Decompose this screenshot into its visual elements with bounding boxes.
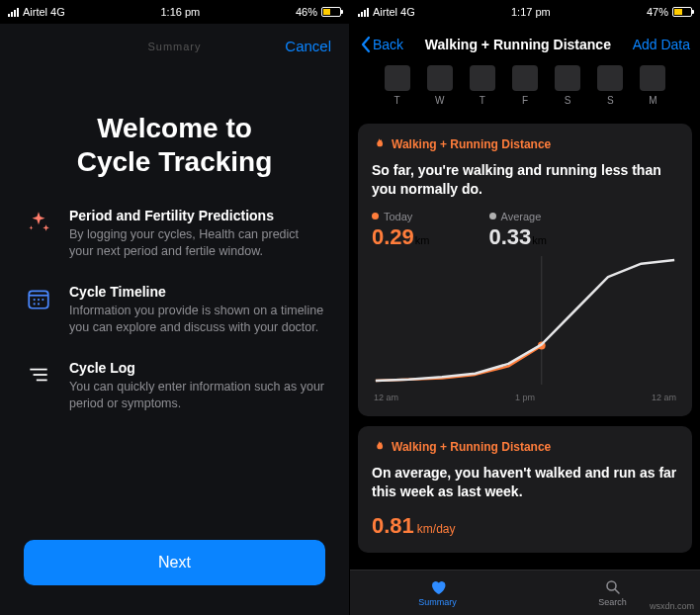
metric-average: Average 0.33km <box>489 211 548 250</box>
feature-item: Cycle Log You can quickly enter informat… <box>24 360 325 412</box>
heart-icon <box>428 578 448 596</box>
feature-title: Cycle Log <box>69 360 325 376</box>
feature-item: Period and Fertility Predictions By logg… <box>24 208 325 260</box>
metrics-row: Today 0.29km Average 0.33km <box>372 211 678 250</box>
clock-label: 1:16 pm <box>161 6 201 18</box>
metric-today: Today 0.29km <box>372 211 430 250</box>
insight-card-weekly-average: Walking + Running Distance On average, y… <box>358 426 692 553</box>
insight-card-today-vs-average: Walking + Running Distance So far, you'r… <box>358 124 692 416</box>
list-icon <box>24 360 53 412</box>
svg-point-6 <box>38 303 40 305</box>
next-button[interactable]: Next <box>24 540 325 585</box>
nav-bar: Back Walking + Running Distance Add Data <box>350 24 700 65</box>
line-chart <box>372 256 678 385</box>
svg-line-13 <box>615 589 619 593</box>
insight-text: So far, you're walking and running less … <box>372 161 678 199</box>
svg-point-3 <box>38 299 40 301</box>
scroll-content[interactable]: TWTFSSM Walking + Running Distance So fa… <box>350 65 700 568</box>
dot-icon <box>489 213 496 220</box>
clock-label: 1:17 pm <box>511 6 551 18</box>
status-bar: Airtel 4G 1:17 pm 47% <box>350 0 700 24</box>
sparkle-icon <box>24 208 53 260</box>
metric-weekly-average: 0.81km/day <box>372 513 678 539</box>
weekday-item[interactable]: F <box>512 65 538 106</box>
walking-running-distance-screen: Airtel 4G 1:17 pm 47% Back Walking + Run… <box>350 0 700 615</box>
battery-icon <box>321 7 341 17</box>
battery-icon <box>672 7 692 17</box>
dot-icon <box>372 213 379 220</box>
feature-desc: By logging your cycles, Health can predi… <box>69 226 325 260</box>
svg-point-12 <box>607 581 616 590</box>
nav-center-faded: Summary <box>147 41 201 52</box>
back-button[interactable]: Back <box>360 36 403 53</box>
calendar-icon <box>24 284 53 336</box>
weekday-item[interactable]: M <box>640 65 665 106</box>
svg-point-5 <box>34 303 36 305</box>
battery-fill <box>674 9 682 15</box>
weekday-item[interactable]: T <box>385 65 410 106</box>
weekday-box <box>512 65 538 91</box>
signal-icon <box>8 7 19 17</box>
tab-bar: Summary Search <box>350 570 700 615</box>
card-header: Walking + Running Distance <box>372 137 678 151</box>
weekday-label: T <box>394 95 400 106</box>
signal-icon <box>358 7 369 17</box>
hero-title: Welcome to Cycle Tracking <box>20 112 329 178</box>
weekday-selector: TWTFSSM <box>358 65 692 114</box>
weekday-item[interactable]: S <box>555 65 580 106</box>
cycle-tracking-onboarding-screen: Airtel 4G 1:16 pm 46% Summary Cancel Wel… <box>0 0 350 615</box>
svg-point-2 <box>34 299 36 301</box>
chart-x-axis: 12 am 1 pm 12 am <box>372 393 678 402</box>
flame-icon <box>372 137 386 151</box>
feature-title: Period and Fertility Predictions <box>69 208 325 223</box>
weekday-item[interactable]: T <box>470 65 495 106</box>
page-title: Walking + Running Distance <box>425 37 611 52</box>
weekday-label: S <box>607 95 614 106</box>
status-bar: Airtel 4G 1:16 pm 46% <box>0 0 349 24</box>
cancel-button[interactable]: Cancel <box>285 38 331 54</box>
feature-desc: Information you provide is shown on a ti… <box>69 303 325 336</box>
feature-desc: You can quickly enter information such a… <box>69 379 325 412</box>
search-icon <box>603 578 623 596</box>
weekday-box <box>640 65 665 91</box>
weekday-item[interactable]: S <box>597 65 623 106</box>
watermark: wsxdn.com <box>650 601 694 611</box>
feature-item: Cycle Timeline Information you provide i… <box>24 284 325 336</box>
flame-icon <box>372 440 386 454</box>
weekday-box <box>597 65 623 91</box>
weekday-box <box>470 65 495 91</box>
weekday-box <box>385 65 410 91</box>
tab-summary[interactable]: Summary <box>350 571 525 615</box>
weekday-label: W <box>435 95 444 106</box>
hero: Welcome to Cycle Tracking <box>0 62 349 208</box>
card-header: Walking + Running Distance <box>372 440 678 454</box>
feature-title: Cycle Timeline <box>69 284 325 300</box>
carrier-label: Airtel 4G <box>23 6 65 18</box>
battery-percent: 46% <box>296 6 317 18</box>
weekday-box <box>427 65 453 91</box>
chevron-left-icon <box>360 36 371 53</box>
add-data-button[interactable]: Add Data <box>633 37 690 52</box>
nav-bar: Summary Cancel <box>0 24 349 62</box>
battery-percent: 47% <box>647 6 668 18</box>
weekday-item[interactable]: W <box>427 65 453 106</box>
weekday-label: M <box>649 95 656 106</box>
battery-fill <box>323 9 330 15</box>
weekday-label: S <box>565 95 571 106</box>
insight-text: On average, you haven't walked and run a… <box>372 464 678 501</box>
weekday-box <box>555 65 580 91</box>
features-list: Period and Fertility Predictions By logg… <box>0 208 349 411</box>
weekday-label: F <box>522 95 528 106</box>
carrier-label: Airtel 4G <box>373 6 415 18</box>
svg-point-4 <box>42 299 44 301</box>
weekday-label: T <box>480 95 485 106</box>
